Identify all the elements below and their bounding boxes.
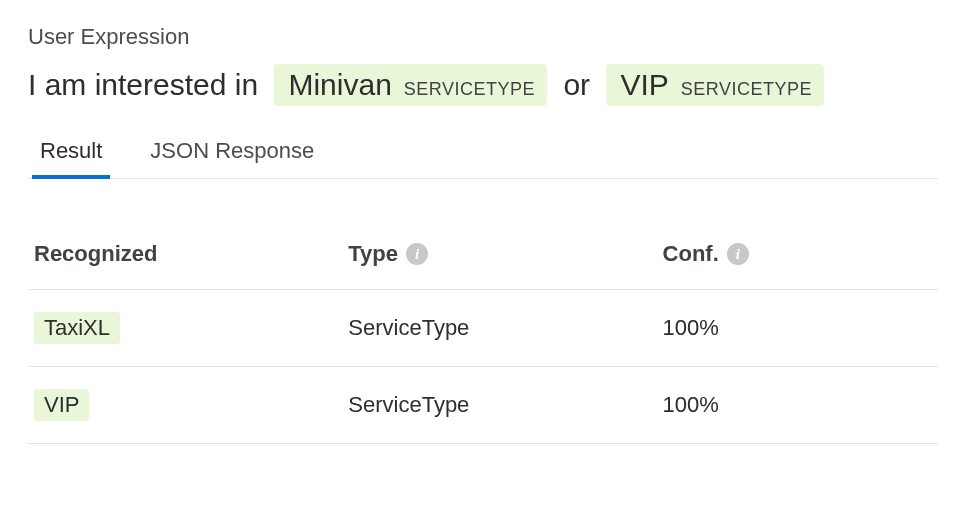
- entity-chip: Minivan SERVICETYPE: [274, 64, 547, 106]
- col-conf-label: Conf.: [663, 241, 719, 267]
- user-expression: I am interested in Minivan SERVICETYPE o…: [28, 64, 938, 106]
- cell-type: ServiceType: [348, 392, 662, 418]
- tabs: Result JSON Response: [28, 128, 938, 179]
- recognized-chip: VIP: [34, 389, 89, 421]
- entity-value: VIP: [620, 68, 668, 102]
- info-icon[interactable]: i: [406, 243, 428, 265]
- entity-type-label: SERVICETYPE: [681, 79, 812, 100]
- entity-chip: VIP SERVICETYPE: [606, 64, 824, 106]
- cell-type: ServiceType: [348, 315, 662, 341]
- tab-result[interactable]: Result: [36, 128, 106, 178]
- recognized-chip: TaxiXL: [34, 312, 120, 344]
- cell-conf: 100%: [663, 392, 932, 418]
- info-icon[interactable]: i: [727, 243, 749, 265]
- entity-value: Minivan: [288, 68, 391, 102]
- expression-separator: or: [555, 68, 598, 102]
- tab-json-response[interactable]: JSON Response: [146, 128, 318, 178]
- cell-recognized: VIP: [34, 389, 348, 421]
- col-type-label: Type: [348, 241, 398, 267]
- results-table: Recognized Type i Conf. i TaxiXL Service…: [28, 219, 938, 444]
- entity-type-label: SERVICETYPE: [404, 79, 535, 100]
- col-recognized-label: Recognized: [34, 241, 157, 267]
- cell-conf: 100%: [663, 315, 932, 341]
- table-header-row: Recognized Type i Conf. i: [28, 219, 938, 290]
- section-label: User Expression: [28, 24, 938, 50]
- table-row: TaxiXL ServiceType 100%: [28, 290, 938, 367]
- expression-prefix: I am interested in: [28, 68, 266, 102]
- table-row: VIP ServiceType 100%: [28, 367, 938, 444]
- col-recognized: Recognized: [34, 241, 348, 267]
- cell-recognized: TaxiXL: [34, 312, 348, 344]
- col-type: Type i: [348, 241, 662, 267]
- col-conf: Conf. i: [663, 241, 932, 267]
